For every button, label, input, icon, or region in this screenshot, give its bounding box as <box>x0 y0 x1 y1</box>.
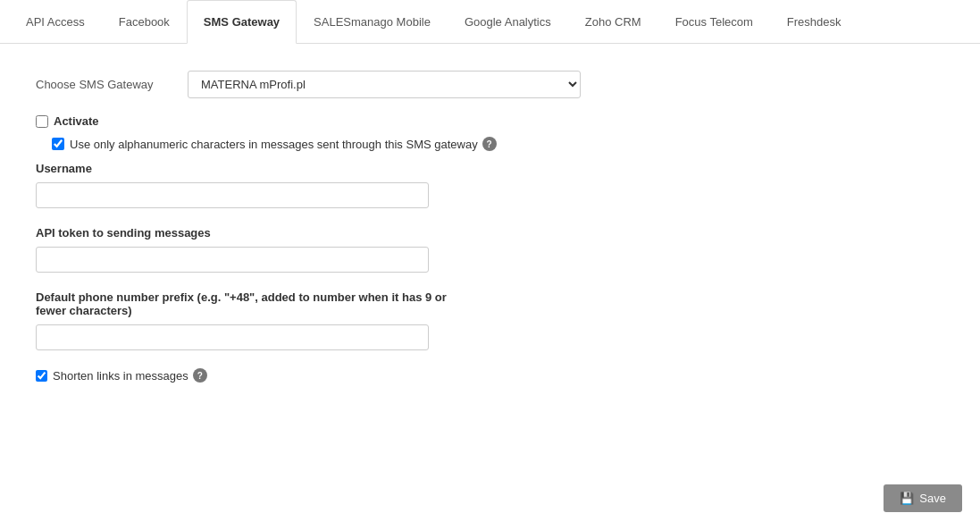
phone-prefix-input[interactable] <box>36 324 429 350</box>
activate-row: Activate <box>36 114 944 128</box>
tab-zoho-crm[interactable]: Zoho CRM <box>568 0 658 44</box>
tab-api-access[interactable]: API Access <box>9 0 102 44</box>
gateway-select[interactable]: MATERNA mProfi.pl Other Gateway 1 Other … <box>188 71 581 98</box>
api-token-group: API token to sending messages <box>36 226 944 273</box>
api-token-label: API token to sending messages <box>36 226 944 240</box>
shorten-help-icon[interactable]: ? <box>193 368 207 383</box>
tab-bar: API Access Facebook SMS Gateway SALESman… <box>0 0 980 44</box>
main-content: Choose SMS Gateway MATERNA mProfi.pl Oth… <box>0 44 980 409</box>
activate-checkbox[interactable] <box>36 115 48 128</box>
activate-label[interactable]: Activate <box>54 114 99 128</box>
shorten-checkbox[interactable] <box>36 370 47 382</box>
save-icon: 💾 <box>900 492 914 505</box>
gateway-label: Choose SMS Gateway <box>36 78 179 91</box>
tab-focus-telecom[interactable]: Focus Telecom <box>658 0 770 44</box>
api-token-input[interactable] <box>36 247 429 273</box>
alphanumeric-help-icon[interactable]: ? <box>482 137 497 151</box>
alphanumeric-checkbox[interactable] <box>52 138 64 150</box>
shorten-label[interactable]: Shorten links in messages <box>53 369 188 383</box>
tab-salesmanago-mobile[interactable]: SALESmanago Mobile <box>297 0 448 44</box>
username-group: Username <box>36 162 944 208</box>
tab-freshdesk[interactable]: Freshdesk <box>770 0 859 44</box>
tab-facebook[interactable]: Facebook <box>102 0 187 44</box>
gateway-row: Choose SMS Gateway MATERNA mProfi.pl Oth… <box>36 71 944 98</box>
alphanumeric-row: Use only alphanumeric characters in mess… <box>52 137 944 151</box>
tab-sms-gateway[interactable]: SMS Gateway <box>187 0 297 44</box>
phone-prefix-group: Default phone number prefix (e.g. "+48",… <box>36 290 944 350</box>
footer-bar: 💾 Save <box>884 484 962 512</box>
shorten-row: Shorten links in messages ? <box>36 368 944 383</box>
alphanumeric-label[interactable]: Use only alphanumeric characters in mess… <box>70 138 478 151</box>
tab-google-analytics[interactable]: Google Analytics <box>448 0 568 44</box>
phone-prefix-label: Default phone number prefix (e.g. "+48",… <box>36 290 465 317</box>
save-label: Save <box>919 492 946 505</box>
username-input[interactable] <box>36 182 429 208</box>
save-button[interactable]: 💾 Save <box>884 484 962 512</box>
username-label: Username <box>36 162 944 175</box>
